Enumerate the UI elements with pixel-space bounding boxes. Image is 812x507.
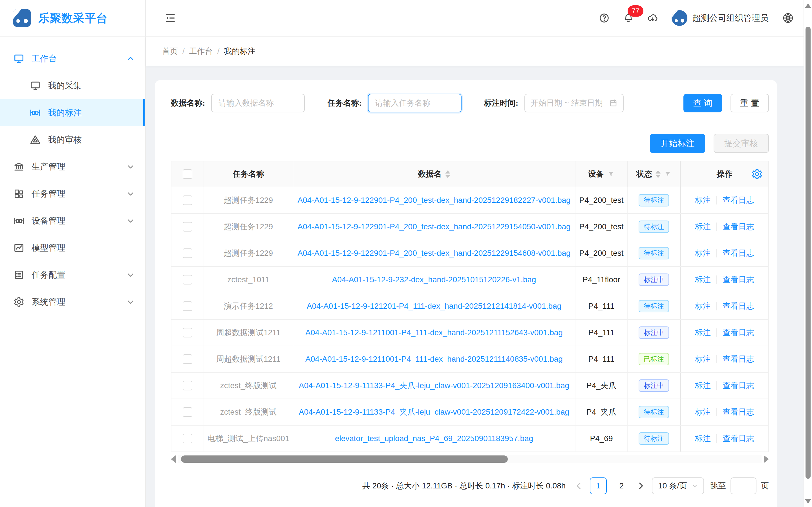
data-name-link[interactable]: A04-A01-15-12-9-1211001-P4_111-dex_hand-…	[305, 328, 563, 337]
sidebar-item-system-mgmt[interactable]: 系统管理	[0, 288, 145, 316]
breadcrumb-section[interactable]: 工作台	[189, 46, 213, 57]
sidebar-item-workbench[interactable]: 工作台	[0, 45, 145, 72]
prev-page-icon[interactable]	[574, 481, 583, 491]
header-status[interactable]: 状态	[628, 161, 680, 187]
action-cell: 标注查看日志	[680, 240, 768, 266]
next-page-icon[interactable]	[636, 481, 646, 491]
date-range-placeholder: 开始日期 ~ 结束日期	[530, 98, 603, 108]
row-checkbox[interactable]	[183, 195, 192, 205]
submit-review-button[interactable]: 提交审核	[714, 134, 769, 153]
row-checkbox[interactable]	[183, 301, 192, 311]
row-checkbox[interactable]	[183, 407, 192, 417]
scroll-left-arrow[interactable]	[171, 455, 176, 463]
user-menu[interactable]: 超测公司组织管理员	[672, 10, 769, 26]
sidebar-item-production[interactable]: 生产管理	[0, 153, 145, 180]
annotate-link[interactable]: 标注	[695, 327, 711, 338]
view-log-link[interactable]: 查看日志	[723, 380, 754, 391]
sidebar-collapse-icon[interactable]	[164, 12, 176, 24]
device-cell: P4_200_test	[575, 187, 628, 213]
row-checkbox[interactable]	[183, 222, 192, 231]
sidebar-item-my-collection[interactable]: 我的采集	[0, 72, 145, 99]
breadcrumb-home[interactable]: 首页	[162, 46, 178, 57]
view-log-link[interactable]: 查看日志	[723, 407, 754, 417]
sidebar-item-my-annotation[interactable]: 我的标注	[0, 99, 145, 126]
search-button[interactable]: 查 询	[683, 94, 722, 112]
view-log-link[interactable]: 查看日志	[723, 433, 754, 444]
filter-funnel-icon[interactable]	[664, 170, 671, 178]
sidebar-item-my-review[interactable]: 我的审核	[0, 126, 145, 153]
header-data-name[interactable]: 数据名	[293, 161, 575, 187]
help-icon[interactable]	[599, 13, 610, 23]
reset-button[interactable]: 重 置	[730, 94, 769, 112]
sidebar-item-device-mgmt[interactable]: 设备管理	[0, 207, 145, 234]
annotate-link[interactable]: 标注	[695, 354, 711, 364]
sort-icon[interactable]	[656, 170, 661, 178]
sidebar-item-model-mgmt[interactable]: 模型管理	[0, 234, 145, 262]
op-divider	[716, 276, 717, 284]
action-cell: 标注查看日志	[680, 373, 768, 399]
sidebar-item-task-mgmt[interactable]: 任务管理	[0, 180, 145, 207]
annotate-link[interactable]: 标注	[695, 407, 711, 417]
view-log-link[interactable]: 查看日志	[723, 195, 754, 206]
data-name-link[interactable]: A04-A01-15-12-9-122901-P4_200_test-dex_h…	[297, 196, 570, 205]
date-range-picker[interactable]: 开始日期 ~ 结束日期	[524, 94, 624, 112]
jump-page-input[interactable]	[730, 477, 756, 494]
data-name-link[interactable]: A04-A01-15-12-9-121201-P4_111-dex_hand-2…	[307, 302, 561, 311]
table-settings-gear-icon[interactable]	[751, 168, 763, 180]
annotate-link[interactable]: 标注	[695, 301, 711, 312]
data-name-link[interactable]: elevator_test_upload_nas_P4_69_202509011…	[335, 434, 533, 443]
scroll-down-arrow[interactable]	[805, 499, 811, 504]
horizontal-scroll-track[interactable]	[178, 455, 762, 463]
row-checkbox[interactable]	[183, 354, 192, 364]
page-scroll-thumb[interactable]	[806, 27, 811, 479]
data-name-input[interactable]	[211, 94, 305, 112]
annotate-link[interactable]: 标注	[695, 380, 711, 391]
row-checkbox[interactable]	[183, 275, 192, 284]
sidebar-item-label: 我的标注	[48, 107, 135, 119]
row-checkbox[interactable]	[183, 434, 192, 443]
data-name-link[interactable]: A04-A01-15-12-9-11133-P4_夹爪-leju_claw-v0…	[299, 407, 569, 417]
annotate-link[interactable]: 标注	[695, 433, 711, 444]
cloud-download-icon[interactable]	[647, 13, 658, 23]
table-row: 周超数据测试1211A04-A01-15-12-9-1211001-P4_111…	[171, 346, 768, 373]
horizontal-scroll-thumb[interactable]	[181, 455, 508, 463]
annotate-link[interactable]: 标注	[695, 221, 711, 232]
annotate-link[interactable]: 标注	[695, 274, 711, 285]
scroll-right-arrow[interactable]	[764, 455, 769, 463]
data-name-link[interactable]: A04-A01-15-12-9-1211001-P4_111-dex_hand-…	[305, 355, 563, 363]
view-log-link[interactable]: 查看日志	[723, 301, 754, 312]
annotate-link[interactable]: 标注	[695, 195, 711, 206]
view-log-link[interactable]: 查看日志	[723, 221, 754, 232]
data-name-cell: A04-A01-15-12-9-11133-P4_夹爪-leju_claw-v0…	[293, 399, 575, 425]
select-all-checkbox[interactable]	[183, 169, 192, 179]
view-log-link[interactable]: 查看日志	[723, 354, 754, 364]
device-cell: P4_200_test	[575, 240, 628, 266]
filter-funnel-icon[interactable]	[607, 170, 615, 178]
data-name-link[interactable]: A04-A01-15-12-9-11133-P4_夹爪-leju_claw-v0…	[299, 380, 569, 391]
row-checkbox[interactable]	[183, 328, 192, 337]
notifications-bell-icon[interactable]: 77	[623, 13, 634, 23]
brand: 乐聚数采平台	[0, 0, 145, 37]
op-divider	[716, 434, 717, 443]
view-log-link[interactable]: 查看日志	[723, 248, 754, 259]
page-size-select[interactable]: 10 条/页	[652, 477, 704, 494]
start-annotation-button[interactable]: 开始标注	[650, 134, 705, 153]
sort-icon[interactable]	[445, 170, 450, 178]
sidebar-item-label: 模型管理	[32, 242, 135, 254]
data-name-link[interactable]: A04-A01-15-12-9-122901-P4_200_test-dex_h…	[297, 249, 570, 258]
annotate-link[interactable]: 标注	[695, 248, 711, 259]
page-number-2[interactable]: 2	[613, 477, 630, 494]
language-globe-icon[interactable]	[782, 12, 794, 24]
page-scrollbar[interactable]	[804, 0, 812, 507]
data-name-link[interactable]: A04-A01-15-12-9-232-dex_hand-20251015120…	[332, 275, 536, 284]
row-checkbox[interactable]	[183, 248, 192, 258]
sidebar-item-task-config[interactable]: 任务配置	[0, 262, 145, 288]
row-checkbox[interactable]	[183, 381, 192, 390]
view-log-link[interactable]: 查看日志	[723, 327, 754, 338]
page-number-current[interactable]: 1	[590, 477, 607, 494]
view-log-link[interactable]: 查看日志	[723, 274, 754, 285]
task-name-input[interactable]	[368, 94, 462, 112]
header-device[interactable]: 设备	[575, 161, 628, 187]
data-name-link[interactable]: A04-A01-15-12-9-122901-P4_200_test-dex_h…	[297, 222, 570, 231]
scroll-up-arrow[interactable]	[805, 3, 811, 8]
